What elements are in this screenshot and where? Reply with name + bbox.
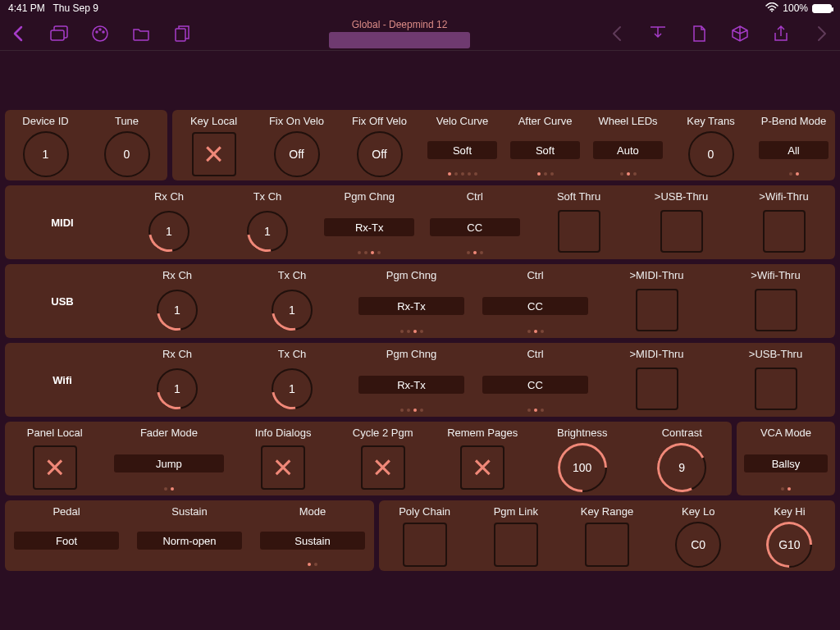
prev-button[interactable] bbox=[607, 24, 627, 43]
midi-ctrl-value[interactable]: CC bbox=[430, 218, 520, 236]
fix-off-knob[interactable]: Off bbox=[357, 131, 403, 177]
windows-icon[interactable] bbox=[49, 24, 69, 43]
svg-rect-1 bbox=[51, 30, 64, 40]
usb-section-label: USB bbox=[5, 264, 120, 338]
fader-mode-value[interactable]: Jump bbox=[114, 454, 224, 472]
dice-icon[interactable] bbox=[730, 24, 750, 43]
midi-tx-knob[interactable]: 1 bbox=[247, 211, 288, 252]
status-bar: 4:41 PM Thu Sep 9 100% bbox=[0, 0, 840, 16]
sustain-value[interactable]: Norm-open bbox=[137, 532, 242, 550]
midi-section-label: MIDI bbox=[5, 185, 120, 259]
fix-off-label: Fix Off Velo bbox=[352, 115, 407, 128]
wifi-ctrl-value[interactable]: CC bbox=[482, 376, 588, 394]
pbend-value[interactable]: All bbox=[759, 141, 829, 159]
usb-wifi-thru-toggle[interactable] bbox=[755, 289, 797, 331]
wheel-leds-label: Wheel LEDs bbox=[598, 115, 657, 128]
remem-toggle[interactable]: × bbox=[460, 445, 504, 490]
key-lo-knob[interactable]: C0 bbox=[675, 522, 721, 568]
back-button[interactable] bbox=[8, 24, 28, 43]
svg-point-3 bbox=[96, 31, 98, 33]
midi-soft-thru-toggle[interactable] bbox=[558, 210, 600, 253]
svg-rect-6 bbox=[176, 29, 185, 41]
wifi-rx-knob[interactable]: 1 bbox=[157, 368, 198, 409]
page-title: Global - Deepmind 12 bbox=[329, 19, 470, 30]
status-time: 4:41 PM bbox=[8, 2, 45, 14]
mode-value[interactable]: Sustain bbox=[260, 532, 365, 550]
download-icon[interactable] bbox=[648, 24, 668, 43]
usb-rx-knob[interactable]: 1 bbox=[157, 290, 198, 331]
next-button[interactable] bbox=[812, 24, 832, 43]
velo-curve-label: Velo Curve bbox=[436, 115, 489, 128]
midi-usb-thru-toggle[interactable] bbox=[660, 210, 703, 253]
usb-pgm-value[interactable]: Rx-Tx bbox=[358, 297, 464, 315]
usb-ctrl-value[interactable]: CC bbox=[482, 297, 588, 315]
key-trans-knob[interactable]: 0 bbox=[688, 131, 734, 177]
svg-point-4 bbox=[99, 29, 101, 30]
after-curve-value[interactable]: Soft bbox=[510, 141, 580, 159]
key-hi-knob[interactable]: G10 bbox=[766, 522, 812, 568]
wifi-tx-knob[interactable]: 1 bbox=[272, 368, 313, 409]
pbend-label: P-Bend Mode bbox=[761, 115, 827, 128]
device-id-knob[interactable]: 1 bbox=[23, 131, 69, 177]
status-date: Thu Sep 9 bbox=[53, 2, 98, 14]
key-range-toggle[interactable] bbox=[585, 523, 629, 567]
pgm-link-toggle[interactable] bbox=[494, 523, 538, 567]
wifi-icon bbox=[765, 2, 778, 15]
poly-chain-toggle[interactable] bbox=[403, 523, 447, 567]
panel-local-toggle[interactable]: × bbox=[33, 445, 77, 490]
pedal-value[interactable]: Foot bbox=[14, 532, 119, 550]
wifi-pgm-value[interactable]: Rx-Tx bbox=[358, 376, 464, 394]
key-local-toggle[interactable]: × bbox=[192, 132, 236, 176]
velo-curve-value[interactable]: Soft bbox=[427, 141, 497, 159]
after-curve-label: After Curve bbox=[518, 115, 573, 128]
status-right: 100% bbox=[765, 2, 832, 15]
fix-on-label: Fix On Velo bbox=[269, 115, 324, 128]
key-trans-label: Key Trans bbox=[687, 115, 735, 128]
wifi-midi-thru-toggle[interactable] bbox=[636, 368, 678, 410]
battery-pct: 100% bbox=[783, 2, 808, 14]
top-nav: Global - Deepmind 12 bbox=[0, 16, 840, 51]
cycle2-toggle[interactable]: × bbox=[361, 445, 405, 490]
tune-label: Tune bbox=[115, 115, 139, 128]
wifi-usb-thru-toggle[interactable] bbox=[755, 368, 797, 410]
vca-mode-value[interactable]: Ballsy bbox=[744, 454, 828, 472]
usb-tx-knob[interactable]: 1 bbox=[272, 290, 313, 331]
preset-name-field[interactable] bbox=[329, 32, 470, 48]
status-left: 4:41 PM Thu Sep 9 bbox=[8, 2, 98, 14]
battery-icon bbox=[812, 4, 832, 13]
info-dialogs-toggle[interactable]: × bbox=[261, 445, 305, 490]
wifi-section-label: Wifi bbox=[5, 343, 120, 417]
folder-icon[interactable] bbox=[131, 24, 151, 43]
share-icon[interactable] bbox=[771, 24, 791, 43]
new-file-icon[interactable] bbox=[689, 24, 709, 43]
midi-rx-knob[interactable]: 1 bbox=[148, 211, 189, 252]
svg-point-5 bbox=[103, 31, 104, 33]
wheel-leds-value[interactable]: Auto bbox=[593, 141, 663, 159]
midi-pgm-value[interactable]: Rx-Tx bbox=[324, 218, 414, 236]
fix-on-knob[interactable]: Off bbox=[274, 131, 320, 177]
brightness-knob[interactable]: 100 bbox=[558, 443, 607, 492]
usb-midi-thru-toggle[interactable] bbox=[636, 289, 678, 331]
midi-wifi-thru-toggle[interactable] bbox=[763, 210, 806, 253]
copy-icon[interactable] bbox=[172, 24, 192, 43]
palette-icon[interactable] bbox=[90, 24, 110, 43]
device-id-label: Device ID bbox=[22, 115, 68, 128]
contrast-knob[interactable]: 9 bbox=[657, 443, 706, 492]
tune-knob[interactable]: 0 bbox=[104, 131, 150, 177]
svg-point-0 bbox=[771, 10, 773, 11]
key-local-label: Key Local bbox=[190, 115, 237, 128]
title-area: Global - Deepmind 12 bbox=[329, 19, 470, 48]
